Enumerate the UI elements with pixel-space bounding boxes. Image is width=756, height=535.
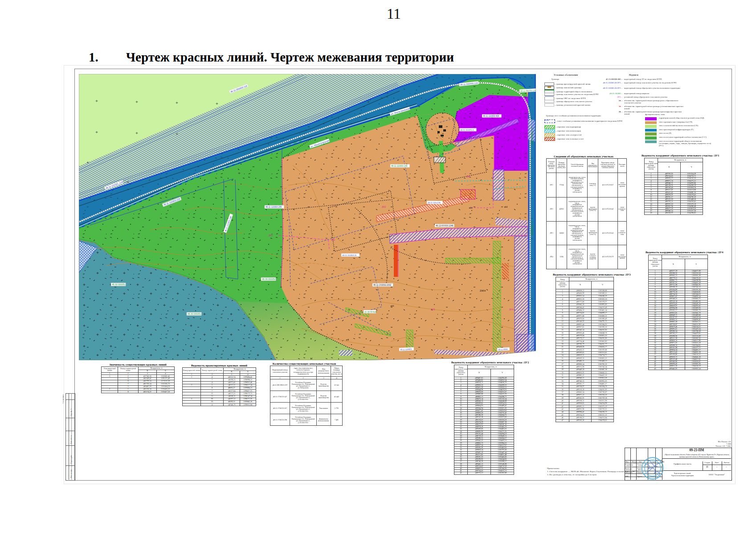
svg-text:ЗУ3: ЗУ3	[431, 308, 435, 311]
svg-text:2ЖН: 2ЖН	[480, 289, 486, 292]
svg-text:46:ЗЕЛЕНЫЙ: 46:ЗЕЛЕНЫЙ	[364, 311, 377, 313]
svg-text:ЗУ2: ЗУ2	[331, 239, 335, 241]
svg-text:46:30:000051: 46:30:000051	[188, 313, 201, 315]
svg-text:46:11:110303:20: 46:11:110303:20	[342, 254, 357, 256]
svg-text:ЗУ1: ЗУ1	[269, 234, 273, 237]
svg-text:ул. Запрудная: ул. Запрудная	[531, 221, 534, 236]
svg-text:ЗУ2: ЗУ2	[382, 206, 386, 208]
svg-text:к4: к4	[346, 338, 349, 341]
svg-text:46:11:110с128: 46:11:110с128	[428, 202, 441, 204]
svg-text:Ч: Ч	[311, 357, 312, 360]
svg-text:кН: кН	[391, 305, 394, 307]
svg-text:46:11:СХ2002:2002: 46:11:СХ2002:2002	[373, 284, 392, 286]
svg-text:46:11:110303:404: 46:11:110303:404	[483, 115, 499, 117]
svg-text:46:13:ХХХХХ:1046: 46:13:ХХХХХ:1046	[436, 225, 454, 227]
svg-text:ул. Придорожная: ул. Придорожная	[531, 128, 534, 145]
svg-text:кН: кН	[469, 206, 472, 209]
svg-text:46:11:110375:Х: 46:11:110375:Х	[460, 129, 474, 131]
svg-text:46:11:110303:245: 46:11:110303:245	[266, 206, 282, 208]
svg-text:кН: кН	[504, 206, 507, 208]
svg-text:46:11:110303:149: 46:11:110303:149	[391, 165, 408, 167]
svg-text:46:30:000052: 46:30:000052	[262, 278, 276, 280]
svg-text:46:30:000051: 46:30:000051	[112, 283, 126, 286]
svg-text:ЗУ4: ЗУ4	[509, 308, 513, 311]
svg-text:ЗУ1: ЗУ1	[466, 175, 470, 178]
